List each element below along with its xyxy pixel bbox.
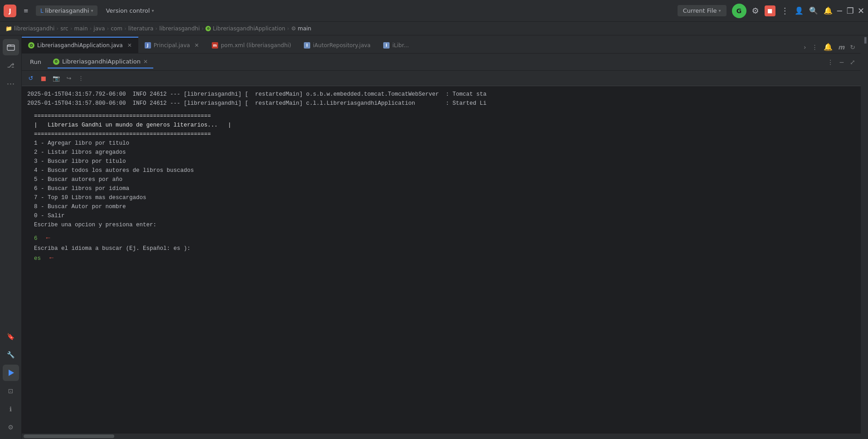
breadcrumb-literatura[interactable]: literatura [128,25,154,32]
console-line [27,108,855,112]
run-more-button[interactable]: ⋮ [76,74,86,83]
run-toolbar-actions: ⋮ − ⤢ [825,58,857,67]
project-switcher[interactable]: L libreriasgandhi ▾ [36,5,98,16]
run-toolbar-more[interactable]: ⋮ [825,58,835,67]
tab-pom[interactable]: m pom.xml (libreriasgandhi) [205,37,297,53]
run-tab-close[interactable]: ✕ [143,59,148,65]
tab-more-options[interactable]: ⋮ [810,42,820,53]
version-control-menu[interactable]: Version control ▾ [101,5,158,16]
tab-close-1[interactable]: ✕ [195,42,199,49]
screenshot-button[interactable]: 📷 [51,73,62,84]
tab-libreriasgandhiapplication[interactable]: ✿ LibreriasgandhiApplication.java ✕ [22,37,138,53]
breadcrumb-app[interactable]: ✿ LibreriasgandhiApplication [205,25,285,32]
left-sidebar: ⎇ ⋯ 🔖 🔧 ⊡ ℹ ⚙ [0,35,22,439]
console-line: 2025-01-15T04:31:57.800-06:00 INFO 24612… [27,99,855,108]
scroll-to-end-button[interactable]: ↪ [63,73,74,84]
more-icon[interactable]: ⋮ [781,6,789,15]
menu-button[interactable]: ≡ [20,5,32,16]
folder-icon [6,43,15,52]
stop-button[interactable]: ■ [38,73,49,84]
sidebar-item-folder[interactable] [3,39,19,55]
run-toolbar-minimize[interactable]: − [837,58,846,67]
settings-icon[interactable]: ⚙ [752,6,759,15]
sidebar-item-info[interactable]: ℹ [3,401,19,417]
grpc-button[interactable]: G [732,4,746,18]
console-line: 2 - Listar libros agregados [27,148,855,157]
run-tab-app-name: LibreriasgandhiApplication [62,58,141,65]
sidebar-item-wrench[interactable]: 🔧 [3,346,19,363]
sidebar-item-run[interactable] [3,365,19,381]
tab-ilibre[interactable]: I iLibr... [377,37,415,53]
tab-bar-actions: › ⋮ 🔔 m ↻ [798,41,861,53]
version-chevron: ▾ [151,8,154,13]
breadcrumb-libreriasgandhi2[interactable]: libreriasgandhi [159,25,200,32]
profile-icon[interactable]: 👤 [795,6,804,15]
notifications-tab-bar[interactable]: 🔔 [822,41,834,53]
sidebar-item-more[interactable]: ⋯ [3,75,19,92]
run-triangle-icon [7,369,15,377]
search-icon[interactable]: 🔍 [809,6,818,15]
breadcrumb-java[interactable]: java [93,25,105,32]
tab-overflow-chevron[interactable]: › [802,42,808,53]
breadcrumb-libreriasgandhi[interactable]: libreriasgandhi [14,25,54,32]
project-chevron: ▾ [91,8,93,13]
main-layout: ⎇ ⋯ 🔖 🔧 ⊡ ℹ ⚙ ✿ LibreriasgandhiApplicati… [0,35,868,439]
run-label: Run [30,59,41,65]
svg-marker-1 [9,370,14,376]
run-controls: ↺ ■ 📷 ↪ ⋮ [22,71,861,86]
run-toolbar-expand[interactable]: ⤢ [848,58,857,67]
tab-bar: ✿ LibreriasgandhiApplication.java ✕ J Pr… [22,35,861,54]
arrow-indicator: ← [45,253,54,264]
spring-icon-tab: ✿ [28,42,34,49]
breadcrumb-src[interactable]: src [60,25,68,32]
console-line: Escriba el idioma a buscar (Ej. Español:… [27,244,855,253]
stop-icon[interactable]: ■ [765,5,775,16]
console-line: | Librerias Gandhi un mundo de generos l… [27,121,855,130]
current-file-button[interactable]: Current File ▾ [678,5,727,16]
sidebar-item-settings-bottom[interactable]: ⚙ [3,419,19,435]
run-toolbar: Run ✿ LibreriasgandhiApplication ✕ ⋮ − ⤢ [22,54,861,71]
notifications-icon[interactable]: 🔔 [824,6,833,15]
search-everywhere-icon[interactable]: ↻ [848,42,857,53]
sidebar-item-terminal[interactable]: ⊡ [3,383,19,399]
project-name: libreriasgandhi [45,7,89,14]
project-icon: L [40,8,44,14]
tab-principal[interactable]: J Principal.java ✕ [138,37,205,53]
run-panel-tab[interactable]: ✿ LibreriasgandhiApplication ✕ [48,55,153,68]
version-control-label: Version control [106,7,150,14]
sidebar-item-bookmark[interactable]: 🔖 [3,328,19,345]
hamburger-menu[interactable]: ≡ [20,5,32,16]
run-tab-label[interactable]: Run [25,57,46,67]
console-line: 6 ← [27,233,855,244]
spring-icon-breadcrumb: ✿ [205,26,211,31]
titlebar-actions: ⚙ ■ ⋮ 👤 🔍 🔔 [752,5,833,16]
maximize-button[interactable]: ❐ [847,6,854,15]
console-line: 0 - Salir [27,211,855,220]
close-button[interactable]: ✕ [858,6,864,15]
horizontal-scrollbar[interactable] [22,434,861,439]
console-line: ========================================… [27,112,855,121]
breadcrumb-item-project[interactable]: 📁 [5,25,12,32]
breadcrumb-main-method[interactable]: ⚙ main [291,25,312,32]
tab-label-0: LibreriasgandhiApplication.java [37,42,123,49]
breadcrumb: 📁 libreriasgandhi › src › main › java › … [0,22,868,35]
scrollbar-thumb-horizontal[interactable] [24,434,114,438]
console-line: 7 - Top 10 Libros mas descargados [27,193,855,202]
console-line: ========================================… [27,130,855,139]
sidebar-item-commit[interactable]: ⎇ [3,57,19,73]
tab-close-0[interactable]: ✕ [127,42,132,49]
tab-iautor[interactable]: I iAutorRepository.java [297,37,377,53]
tab-label-3: iAutorRepository.java [313,42,371,49]
restart-button[interactable]: ↺ [25,73,36,84]
run-spring-icon: ✿ [53,59,59,65]
minimize-button[interactable]: − [836,6,843,15]
breadcrumb-com[interactable]: com [111,25,122,32]
breadcrumb-main[interactable]: main [74,25,88,32]
console-line: 8 - Buscar Autor por nombre [27,202,855,211]
console-output[interactable]: 2025-01-15T04:31:57.792-06:00 INFO 24612… [22,86,861,434]
right-gutter-icon: ▐ [861,37,868,44]
current-file-label: Current File [683,7,717,14]
console-line: 3 - Buscar libro por titulo [27,157,855,166]
editor-area: ✿ LibreriasgandhiApplication.java ✕ J Pr… [22,35,861,439]
iface-icon-tab2: I [383,42,390,49]
